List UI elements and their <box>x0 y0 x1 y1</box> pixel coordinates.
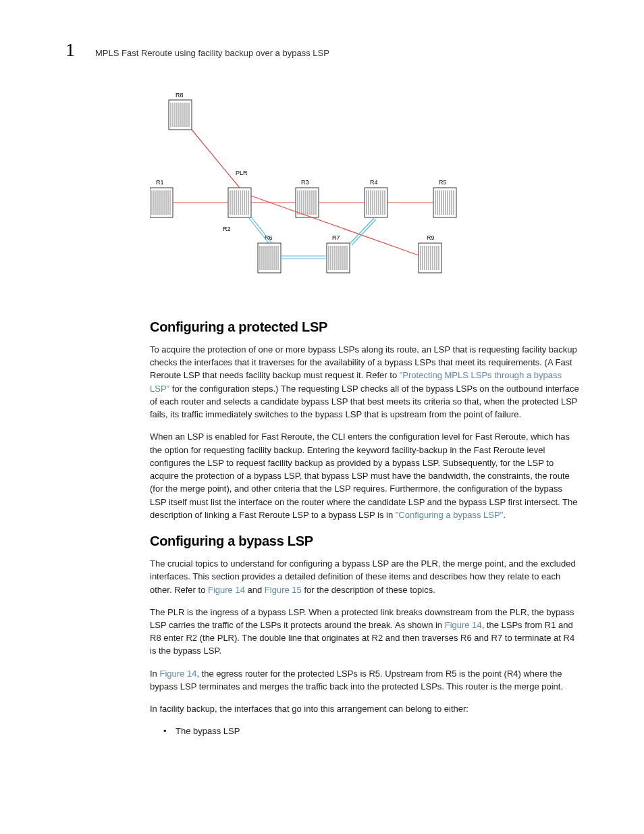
link-figure-15[interactable]: Figure 15 <box>265 585 302 595</box>
paragraph: The PLR is the ingress of a bypass LSP. … <box>150 606 581 658</box>
text: When an LSP is enabled for Fast Reroute,… <box>150 432 578 519</box>
chapter-number: 1 <box>65 39 75 61</box>
paragraph: In facility backup, the interfaces that … <box>150 702 581 715</box>
node-label-r7: R7 <box>332 234 340 241</box>
text: In <box>150 669 159 679</box>
running-title: MPLS Fast Reroute using facility backup … <box>95 48 329 58</box>
text: . <box>503 510 506 520</box>
link-figure-14[interactable]: Figure 14 <box>159 669 196 679</box>
paragraph: The crucial topics to understand for con… <box>150 557 581 596</box>
network-diagram: R8 PLR R1 R3 R4 R5 R2 R6 R7 R9 <box>150 88 494 290</box>
link-figure-14[interactable]: Figure 14 <box>208 585 245 595</box>
paragraph: In Figure 14, the egress router for the … <box>150 667 581 693</box>
link-figure-14[interactable]: Figure 14 <box>445 620 482 630</box>
svg-line-21 <box>350 218 374 244</box>
node-label-r5: R5 <box>439 179 447 186</box>
node-label-plr: PLR <box>236 170 248 176</box>
svg-line-11 <box>192 130 240 188</box>
list-item: The bypass LSP <box>163 725 581 737</box>
svg-line-18 <box>250 216 271 242</box>
link-configuring-bypass-lsp[interactable]: "Configuring a bypass LSP" <box>396 510 504 520</box>
node-label-r9: R9 <box>427 234 435 241</box>
svg-line-17 <box>248 217 269 244</box>
node-label-r2: R2 <box>223 226 231 232</box>
text: , the egress router for the protected LS… <box>150 669 563 692</box>
paragraph: To acquire the protection of one or more… <box>150 343 581 421</box>
paragraph: When an LSP is enabled for Fast Reroute,… <box>150 430 581 521</box>
svg-line-22 <box>352 219 376 245</box>
text: for the configuration steps.) The reques… <box>150 384 579 419</box>
node-label-r1: R1 <box>156 179 164 186</box>
text: for the description of these topics. <box>302 585 435 595</box>
node-label-r8: R8 <box>176 92 184 99</box>
heading-configuring-bypass-lsp: Configuring a bypass LSP <box>150 533 581 549</box>
heading-configuring-protected-lsp: Configuring a protected LSP <box>150 319 581 335</box>
text: and <box>245 585 265 595</box>
node-label-r3: R3 <box>301 179 309 186</box>
node-label-r4: R4 <box>370 179 378 186</box>
